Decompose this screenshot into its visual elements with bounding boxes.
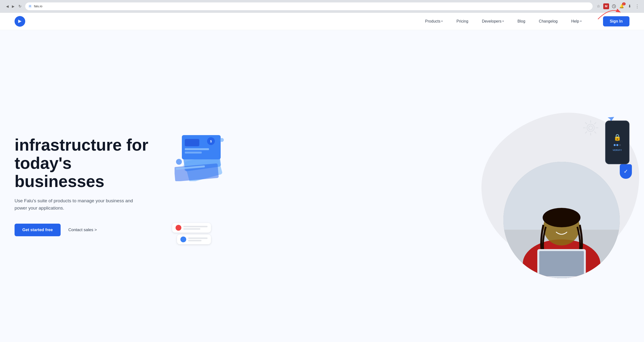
person-placeholder	[503, 162, 620, 278]
nav-arrows: ◀ ▶	[5, 4, 16, 9]
site-icon	[28, 4, 32, 8]
verify-label: VERIFY	[613, 149, 622, 151]
contact-sales-link[interactable]: Contact sales >	[68, 228, 97, 232]
browser-actions: ☆ M 🔔 2 ⬇ ⋮	[596, 4, 640, 9]
svg-point-18	[220, 138, 224, 142]
lock-icon: 🔒	[614, 134, 621, 141]
svg-rect-0	[30, 6, 30, 7]
hero-title-line2: today's businesses	[14, 154, 104, 190]
gear-decoration	[581, 118, 600, 138]
svg-rect-19	[174, 163, 219, 181]
nav-changelog-label: Changelog	[539, 19, 558, 24]
chat-avatar-1	[176, 225, 181, 231]
nav-developers-label: Developers	[482, 19, 502, 24]
chat-line	[188, 240, 202, 241]
chat-bubble-2	[177, 234, 211, 244]
chat-lines-2	[188, 238, 208, 241]
logo-circle	[14, 16, 25, 27]
person-svg	[503, 162, 620, 278]
chat-line	[183, 228, 200, 230]
chat-avatar-2	[180, 236, 186, 242]
phone-rating-dots	[614, 144, 621, 146]
logo[interactable]	[14, 16, 25, 27]
nav-pricing-label: Pricing	[456, 19, 468, 24]
nav-help[interactable]: Help ▾	[564, 12, 588, 30]
svg-rect-11	[182, 135, 221, 159]
help-chevron-icon: ▾	[580, 20, 582, 23]
nav-pricing[interactable]: Pricing	[450, 12, 475, 30]
cards-svg: $	[174, 128, 228, 181]
nav-blog[interactable]: Blog	[511, 12, 532, 30]
notification-badge: 2	[622, 2, 626, 5]
chat-bubbles	[172, 223, 211, 244]
url-text: falu.io	[34, 4, 42, 8]
svg-point-25	[543, 208, 580, 227]
nav-developers[interactable]: Developers ▾	[475, 12, 511, 30]
hero-person-image	[503, 162, 620, 278]
chat-line	[183, 226, 208, 227]
extension-1[interactable]: M	[603, 4, 609, 9]
svg-rect-28	[532, 277, 591, 278]
svg-rect-12	[185, 139, 199, 146]
hero-title: infrastructure for today's businesses	[14, 136, 165, 190]
nav-products-label: Products	[425, 19, 440, 24]
card-stack-illustration: $	[174, 128, 228, 181]
nav-blog-label: Blog	[518, 19, 525, 24]
svg-point-30	[589, 126, 592, 130]
phone-security-widget: 🔒 VERIFY	[605, 120, 630, 164]
address-bar[interactable]: falu.io	[25, 2, 592, 10]
svg-rect-14	[185, 152, 202, 154]
chat-line	[188, 238, 208, 239]
products-chevron-icon: ▾	[441, 20, 443, 23]
svg-marker-2	[18, 20, 22, 23]
svg-rect-27	[539, 251, 584, 276]
forward-button[interactable]: ▶	[11, 4, 16, 9]
hero-content: infrastructure for today's businesses Us…	[14, 136, 165, 236]
shield-badge: ✓	[620, 164, 632, 179]
bookmark-button[interactable]: ☆	[596, 4, 601, 9]
hero-subtitle: Use Falu's suite of products to manage y…	[14, 197, 141, 212]
extension-3[interactable]: 🔔 2	[619, 4, 624, 9]
chat-lines-1	[183, 226, 208, 230]
chat-bubble-1	[172, 223, 211, 232]
hero-cta: Get started free Contact sales >	[14, 224, 165, 236]
main-nav: Products ▾ Pricing Developers ▾ Blog Cha…	[418, 12, 588, 30]
refresh-button[interactable]: ↻	[18, 4, 22, 9]
svg-rect-13	[185, 148, 209, 150]
nav-products[interactable]: Products ▾	[418, 12, 450, 30]
signin-button[interactable]: Sign In	[603, 16, 630, 26]
extension-2[interactable]	[611, 4, 617, 9]
browser-chrome: ◀ ▶ ↻ falu.io ☆ M 🔔 2 ⬇ ⋮	[0, 0, 644, 12]
back-button[interactable]: ◀	[5, 4, 10, 9]
svg-text:$: $	[210, 140, 212, 143]
hero-title-line1: infrastructure for	[14, 136, 148, 154]
nav-help-label: Help	[571, 19, 579, 24]
menu-button[interactable]: ⋮	[634, 4, 640, 9]
nav-changelog[interactable]: Changelog	[532, 12, 564, 30]
developers-chevron-icon: ▾	[502, 20, 504, 23]
extension-downloads[interactable]: ⬇	[626, 4, 632, 9]
site-header: Products ▾ Pricing Developers ▾ Blog Cha…	[0, 12, 644, 30]
svg-point-17	[176, 159, 182, 165]
browser-controls: ◀ ▶ ↻	[4, 4, 22, 9]
hero-illustration: $	[165, 113, 630, 259]
header-actions: Sign In	[603, 16, 630, 26]
hero-section: infrastructure for today's businesses Us…	[0, 30, 644, 342]
get-started-button[interactable]: Get started free	[14, 224, 60, 236]
svg-point-29	[587, 124, 594, 132]
